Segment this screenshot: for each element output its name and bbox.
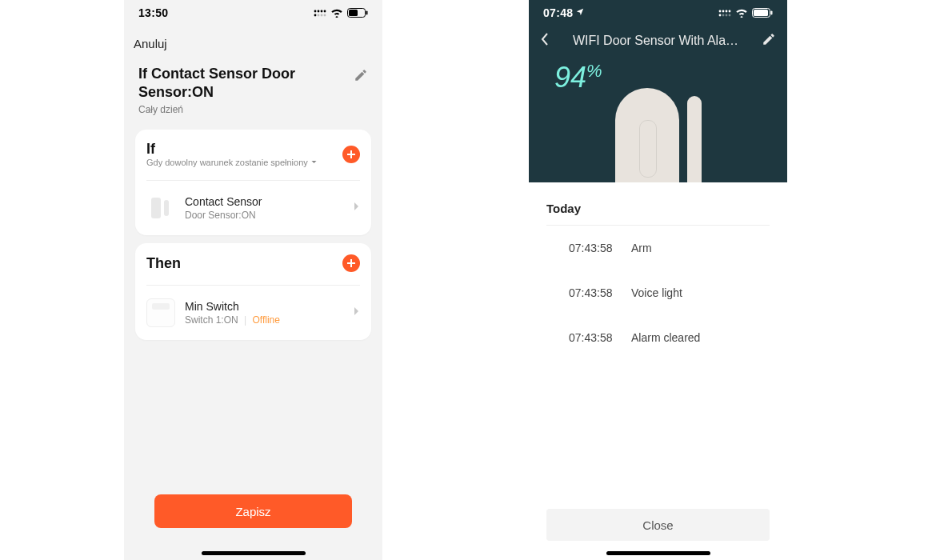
svg-point-12 bbox=[722, 10, 725, 13]
svg-point-16 bbox=[722, 14, 725, 17]
wifi-icon bbox=[735, 8, 748, 18]
action-sub: Switch 1:ON | Offline bbox=[185, 314, 342, 326]
chevron-right-icon bbox=[352, 201, 360, 215]
svg-point-18 bbox=[729, 14, 731, 17]
sensor-header-panel: 07:48 WIFI Door Sensor W bbox=[529, 0, 787, 182]
signal-icon bbox=[314, 9, 326, 17]
svg-point-17 bbox=[726, 14, 728, 17]
condition-name: Contact Sensor bbox=[185, 195, 342, 208]
status-time: 13:50 bbox=[138, 6, 168, 19]
sensor-phone: 07:48 WIFI Door Sensor W bbox=[529, 0, 787, 560]
log-time: 07:43:58 bbox=[569, 286, 618, 299]
chevron-right-icon bbox=[352, 306, 360, 320]
then-header: Then bbox=[146, 254, 360, 277]
automation-subtitle: Cały dzień bbox=[124, 102, 382, 122]
status-time-wrap: 07:48 bbox=[543, 6, 584, 19]
then-action-item[interactable]: Min Switch Switch 1:ON | Offline bbox=[146, 286, 360, 340]
home-indicator bbox=[202, 551, 306, 555]
automation-title-row: If Contact Sensor Door Sensor:ON bbox=[124, 55, 382, 102]
log-event: Voice light bbox=[631, 286, 682, 299]
if-condition-mode[interactable]: Gdy dowolny warunek zostanie spełniony bbox=[146, 158, 318, 167]
add-condition-button[interactable] bbox=[342, 146, 360, 163]
status-indicators bbox=[718, 8, 773, 18]
log-event: Alarm cleared bbox=[631, 331, 700, 344]
if-condition-item[interactable]: Contact Sensor Door Sensor:ON bbox=[146, 181, 360, 235]
edit-icon[interactable] bbox=[354, 68, 368, 86]
close-button[interactable]: Close bbox=[546, 509, 770, 541]
if-card: If Gdy dowolny warunek zostanie spełnion… bbox=[135, 130, 371, 235]
log-time: 07:43:58 bbox=[569, 242, 618, 254]
switch-device-icon bbox=[146, 298, 175, 327]
automation-title: If Contact Sensor Door Sensor:ON bbox=[138, 65, 346, 101]
door-sensor-illustration bbox=[615, 88, 702, 182]
if-subtitle-text: Gdy dowolny warunek zostanie spełniony bbox=[146, 158, 308, 167]
log-item[interactable]: 07:43:58 Alarm cleared bbox=[546, 315, 770, 360]
log-item[interactable]: 07:43:58 Arm bbox=[546, 226, 770, 270]
svg-rect-10 bbox=[366, 11, 368, 15]
separator: | bbox=[244, 314, 246, 326]
chevron-down-icon bbox=[310, 158, 318, 167]
battery-percent-value: 94 bbox=[554, 61, 586, 94]
door-sensor-icon bbox=[146, 194, 175, 222]
battery-icon bbox=[752, 8, 773, 18]
svg-point-15 bbox=[719, 14, 722, 17]
svg-rect-20 bbox=[754, 10, 768, 16]
condition-sub: Door Sensor:ON bbox=[185, 210, 342, 221]
signal-icon bbox=[718, 9, 731, 17]
svg-point-5 bbox=[318, 14, 320, 17]
save-button[interactable]: Zapisz bbox=[154, 494, 352, 528]
log-event: Arm bbox=[631, 242, 652, 254]
location-icon bbox=[576, 6, 584, 19]
sensor-nav: WIFI Door Sensor With Ala… bbox=[529, 26, 787, 56]
log-time: 07:43:58 bbox=[569, 331, 618, 344]
status-time: 07:48 bbox=[543, 6, 573, 19]
back-button[interactable] bbox=[540, 32, 550, 50]
sensor-title: WIFI Door Sensor With Ala… bbox=[556, 34, 755, 48]
status-bar: 07:48 bbox=[529, 0, 787, 26]
action-name: Min Switch bbox=[185, 300, 342, 313]
add-action-button[interactable] bbox=[342, 254, 360, 272]
svg-point-3 bbox=[324, 10, 326, 13]
battery-icon bbox=[347, 8, 368, 18]
event-log-panel: Today 07:43:58 Arm 07:43:58 Voice light … bbox=[529, 182, 787, 360]
status-bar: 13:50 bbox=[124, 0, 382, 26]
svg-point-13 bbox=[726, 10, 728, 13]
svg-point-0 bbox=[314, 10, 317, 13]
if-title: If bbox=[146, 141, 318, 158]
action-sub-text: Switch 1:ON bbox=[185, 314, 238, 326]
edit-icon[interactable] bbox=[762, 32, 776, 50]
svg-point-14 bbox=[729, 10, 731, 13]
log-item[interactable]: 07:43:58 Voice light bbox=[546, 270, 770, 315]
log-today-label: Today bbox=[546, 202, 770, 226]
cancel-button[interactable]: Anuluj bbox=[124, 26, 382, 55]
wifi-icon bbox=[330, 8, 343, 18]
status-indicators bbox=[314, 8, 368, 18]
svg-point-7 bbox=[324, 14, 326, 17]
svg-point-11 bbox=[719, 10, 722, 13]
home-indicator bbox=[606, 551, 710, 555]
svg-point-2 bbox=[321, 10, 323, 13]
svg-point-1 bbox=[318, 10, 320, 13]
svg-rect-9 bbox=[349, 10, 358, 16]
then-title: Then bbox=[146, 255, 181, 272]
battery-percent: 94% bbox=[529, 56, 787, 99]
svg-point-4 bbox=[314, 14, 317, 17]
action-status: Offline bbox=[253, 314, 280, 326]
if-header: If Gdy dowolny warunek zostanie spełnion… bbox=[146, 141, 360, 172]
automation-phone: 13:50 Anuluj If Contact Sensor Door Sens… bbox=[124, 0, 382, 560]
then-card: Then Min Switch Switch 1:ON | Offline bbox=[135, 243, 371, 340]
svg-rect-21 bbox=[771, 11, 773, 15]
svg-point-6 bbox=[321, 14, 323, 17]
